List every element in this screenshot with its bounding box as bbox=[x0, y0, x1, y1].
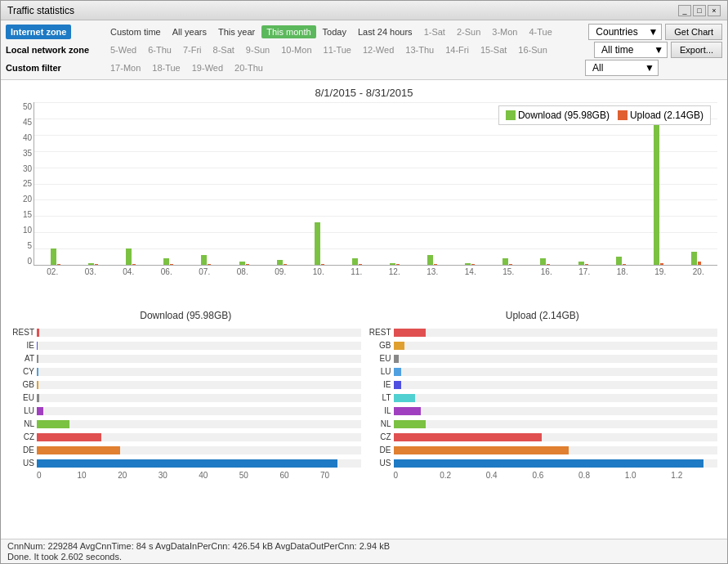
h-bar-fill bbox=[394, 394, 415, 402]
h-bar-track bbox=[394, 407, 718, 415]
ul-bar bbox=[623, 264, 626, 265]
h-bar-row: CZ bbox=[368, 431, 718, 443]
14-fri-btn[interactable]: 14-Fri bbox=[440, 43, 474, 56]
h-bar-track bbox=[394, 355, 718, 363]
bar-group-7 bbox=[301, 102, 337, 265]
h-bar-label: EU bbox=[368, 354, 394, 363]
x-label: 17. bbox=[565, 267, 604, 276]
dl-bar bbox=[239, 262, 245, 265]
ul-bar bbox=[660, 263, 663, 265]
h-bar-label: IE bbox=[11, 341, 37, 350]
h-bar-label: IL bbox=[368, 406, 394, 415]
ul-bar bbox=[471, 264, 475, 265]
get-chart-button[interactable]: Get Chart bbox=[665, 24, 722, 40]
internet-zone-label[interactable]: Internet zone bbox=[6, 25, 71, 39]
x-label: 13. bbox=[413, 267, 452, 276]
10-mon-btn[interactable]: 10-Mon bbox=[276, 43, 316, 56]
18-tue-btn[interactable]: 18-Tue bbox=[147, 61, 185, 74]
h-bar-row: REST bbox=[11, 326, 361, 338]
h-bar-fill bbox=[394, 433, 543, 441]
legend-upload-label: Upload (2.14GB) bbox=[630, 110, 703, 121]
alltime-dropdown[interactable]: All time ▼ bbox=[594, 42, 668, 58]
ul-bar bbox=[434, 264, 437, 265]
legend-upload: Upload (2.14GB) bbox=[618, 110, 703, 121]
16-sun-btn[interactable]: 16-Sun bbox=[513, 43, 552, 56]
8-sat-btn[interactable]: 8-Sat bbox=[208, 43, 239, 56]
7-fri-btn[interactable]: 7-Fri bbox=[178, 43, 207, 56]
countries-dropdown[interactable]: Countries ▼ bbox=[588, 24, 662, 40]
3-mon-btn[interactable]: 3-Mon bbox=[487, 25, 522, 38]
2-sun-btn[interactable]: 2-Sun bbox=[452, 25, 485, 38]
6-thu-btn[interactable]: 6-Thu bbox=[143, 43, 176, 56]
h-bar-fill bbox=[37, 381, 38, 389]
y-label-50: 50 bbox=[23, 102, 32, 111]
main-chart-body: Download (95.98GB) Upload (2.14GB) bbox=[33, 102, 717, 266]
13-thu-btn[interactable]: 13-Thu bbox=[400, 43, 439, 56]
main-chart: 50 45 40 35 30 25 20 15 10 5 0 bbox=[11, 102, 717, 290]
legend: Download (95.98GB) Upload (2.14GB) bbox=[498, 105, 711, 125]
last-24h-btn[interactable]: Last 24 hours bbox=[353, 25, 418, 38]
ul-bar bbox=[321, 264, 324, 265]
h-bar-row: DE bbox=[11, 444, 361, 456]
dl-bar bbox=[691, 252, 697, 265]
ul-bar bbox=[132, 264, 136, 265]
bar-group-14 bbox=[565, 102, 601, 265]
h-bar-track bbox=[37, 446, 361, 454]
maximize-button[interactable]: □ bbox=[693, 5, 706, 16]
h-bar-row: US bbox=[368, 457, 718, 469]
15-sat-btn[interactable]: 15-Sat bbox=[476, 43, 511, 56]
toolbar-row-local: Local network zone 5-Wed 6-Thu 7-Fri 8-S… bbox=[6, 42, 722, 58]
bar-group-5 bbox=[226, 102, 262, 265]
upload-bars: RESTGBEULUIELTILNLCZDEUS bbox=[368, 326, 718, 469]
legend-download-label: Download (95.98GB) bbox=[518, 110, 610, 121]
h-bar-row: NL bbox=[11, 418, 361, 430]
ul-bar bbox=[547, 264, 550, 265]
this-month-btn[interactable]: This month bbox=[261, 25, 315, 38]
local-zone-label[interactable]: Local network zone bbox=[6, 45, 89, 55]
20-thu-btn[interactable]: 20-Thu bbox=[230, 61, 268, 74]
12-wed-btn[interactable]: 12-Wed bbox=[358, 43, 399, 56]
custom-time-btn[interactable]: Custom time bbox=[105, 25, 166, 38]
today-btn[interactable]: Today bbox=[318, 25, 351, 38]
h-bar-row: IE bbox=[368, 378, 718, 391]
export-button[interactable]: Export... bbox=[671, 42, 722, 58]
h-bar-fill bbox=[37, 420, 69, 428]
close-button[interactable]: × bbox=[708, 5, 721, 16]
ul-bar bbox=[359, 264, 362, 265]
dl-bar bbox=[277, 260, 283, 265]
bar-group-11 bbox=[452, 102, 488, 265]
bar-group-10 bbox=[414, 102, 450, 265]
1-sat-btn[interactable]: 1-Sat bbox=[419, 25, 450, 38]
hx-label: 20 bbox=[118, 471, 159, 480]
download-chart-title: Download (95.98GB) bbox=[11, 310, 361, 321]
19-wed-btn[interactable]: 19-Wed bbox=[187, 61, 228, 74]
h-bar-track bbox=[394, 446, 718, 454]
h-bar-row: CY bbox=[11, 365, 361, 378]
minimize-button[interactable]: _ bbox=[678, 5, 691, 16]
4-tue-btn[interactable]: 4-Tue bbox=[524, 25, 556, 38]
h-bar-track bbox=[37, 459, 361, 468]
h-bar-track bbox=[394, 381, 718, 389]
h-bar-track bbox=[394, 329, 718, 337]
h-bar-label: CZ bbox=[11, 432, 37, 441]
dl-bar bbox=[352, 258, 358, 265]
9-sun-btn[interactable]: 9-Sun bbox=[241, 43, 275, 56]
h-bar-label: LU bbox=[368, 367, 394, 376]
chart-date-range: 8/1/2015 - 8/31/2015 bbox=[11, 87, 717, 99]
17-mon-btn[interactable]: 17-Mon bbox=[105, 61, 145, 74]
h-bar-label: NL bbox=[11, 419, 37, 428]
custom-filter-label[interactable]: Custom filter bbox=[6, 63, 61, 73]
h-bar-track bbox=[394, 459, 718, 468]
5-wed-btn[interactable]: 5-Wed bbox=[105, 43, 141, 56]
download-bars: RESTIEATCYGBEULUNLCZDEUS bbox=[11, 326, 361, 469]
h-bar-fill bbox=[394, 459, 704, 468]
x-label: 14. bbox=[452, 267, 490, 276]
all-years-btn[interactable]: All years bbox=[167, 25, 212, 38]
ul-bar bbox=[396, 264, 400, 265]
this-year-btn[interactable]: This year bbox=[213, 25, 260, 38]
all-label: All bbox=[592, 62, 603, 74]
11-tue-btn[interactable]: 11-Tue bbox=[319, 43, 356, 56]
all-dropdown[interactable]: All ▼ bbox=[585, 60, 659, 76]
h-bar-row: LU bbox=[368, 365, 718, 378]
x-label: 20. bbox=[680, 267, 718, 276]
